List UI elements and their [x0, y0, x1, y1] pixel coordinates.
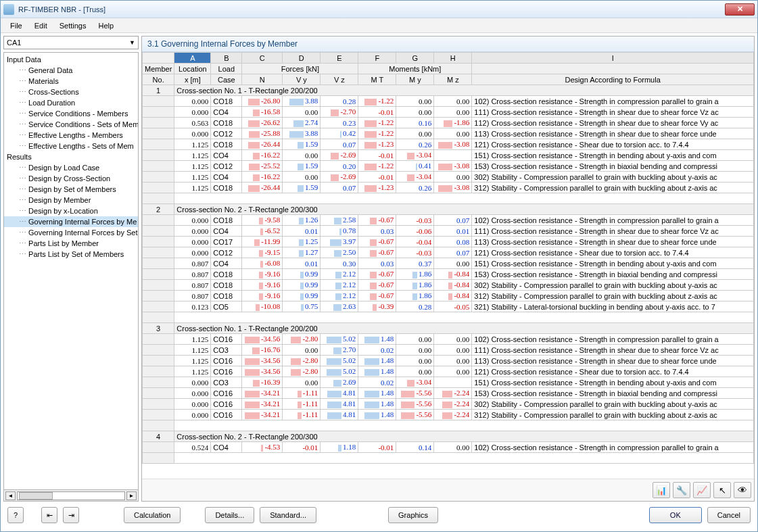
cell[interactable]: CO4 — [211, 258, 242, 269]
cell[interactable] — [143, 139, 174, 150]
cell[interactable]: -3.04 — [396, 172, 434, 183]
col-header[interactable]: Forces [kN] — [242, 64, 358, 74]
tree-item[interactable]: Design by Load Case — [4, 162, 138, 173]
col-header[interactable]: B — [211, 53, 242, 64]
cell[interactable] — [143, 237, 174, 247]
cell[interactable]: 2 — [143, 204, 174, 215]
cell[interactable]: CO4 — [211, 150, 242, 161]
col-header[interactable]: V z — [321, 74, 358, 85]
cell[interactable] — [174, 193, 754, 204]
cell[interactable]: 0.000 — [174, 226, 211, 237]
cell[interactable]: -1.86 — [434, 118, 472, 128]
cell[interactable]: Cross-section No. 1 - T-Rectangle 200/20… — [174, 323, 754, 334]
tree-item[interactable]: Design by Set of Members — [4, 184, 138, 195]
cell[interactable]: 0.16 — [396, 118, 434, 128]
col-header[interactable]: Member — [143, 64, 174, 74]
cell[interactable] — [143, 280, 174, 291]
col-header[interactable]: M z — [434, 74, 472, 85]
cell[interactable]: 0.00 — [283, 345, 321, 356]
cell[interactable]: 0.000 — [174, 410, 211, 420]
cell[interactable]: 1.48 — [358, 388, 396, 399]
cell[interactable]: -2.80 — [283, 366, 321, 377]
tree-item[interactable]: Load Duration — [4, 97, 138, 108]
cell[interactable]: 2.50 — [321, 247, 358, 258]
cell[interactable]: -0.05 — [434, 301, 472, 312]
cell[interactable]: 0.26 — [396, 139, 434, 150]
cell[interactable]: 1.59 — [283, 183, 321, 193]
cell[interactable] — [143, 258, 174, 269]
cell[interactable]: -3.08 — [434, 161, 472, 172]
cell[interactable]: -2.70 — [321, 107, 358, 118]
col-header[interactable]: No. — [143, 74, 174, 85]
cell[interactable]: 0.807 — [174, 269, 211, 280]
cell[interactable]: -9.16 — [242, 269, 283, 280]
cancel-button[interactable]: Cancel — [707, 507, 751, 523]
cell[interactable]: 1.48 — [358, 356, 396, 366]
cell[interactable] — [143, 301, 174, 312]
cell[interactable]: 153) Cross-section resistance - Strength… — [472, 269, 754, 280]
cell[interactable]: -1.11 — [283, 388, 321, 399]
cell[interactable]: -0.06 — [396, 226, 434, 237]
cell[interactable]: -26.62 — [242, 118, 283, 128]
cell[interactable]: 102) Cross-section resistance - Strength… — [472, 442, 754, 453]
cell[interactable]: 1.125 — [174, 150, 211, 161]
cell[interactable]: CO3 — [211, 377, 242, 388]
cell[interactable]: 0.00 — [396, 356, 434, 366]
nav-tree[interactable]: Input DataGeneral DataMaterialsCross-Sec… — [3, 52, 139, 490]
menu-settings[interactable]: Settings — [54, 20, 92, 31]
cell[interactable] — [143, 442, 174, 453]
cell[interactable]: -0.03 — [396, 247, 434, 258]
cell[interactable]: 302) Stability - Compression parallel to… — [472, 172, 754, 183]
cell[interactable] — [434, 377, 472, 388]
cell[interactable]: -0.04 — [396, 237, 434, 247]
cell[interactable]: 0.00 — [434, 128, 472, 139]
tree-item[interactable]: Design by x-Location — [4, 205, 138, 216]
cell[interactable]: CO5 — [211, 301, 242, 312]
cell[interactable]: 4.81 — [321, 388, 358, 399]
cell[interactable]: 0.14 — [396, 442, 434, 453]
cell[interactable]: Cross-section No. 1 - T-Rectangle 200/20… — [174, 85, 754, 96]
cell[interactable] — [143, 420, 174, 431]
cell[interactable]: 5.02 — [321, 366, 358, 377]
details-button[interactable]: Details... — [205, 507, 254, 523]
cell[interactable]: CO16 — [211, 334, 242, 345]
cell[interactable]: 1.125 — [174, 334, 211, 345]
cell[interactable]: 1.86 — [396, 269, 434, 280]
cell[interactable]: -3.08 — [434, 139, 472, 150]
cell[interactable] — [143, 183, 174, 193]
cell[interactable]: 0.00 — [434, 258, 472, 269]
cell[interactable]: 1.48 — [358, 399, 396, 410]
cell[interactable]: 0.99 — [283, 269, 321, 280]
cell[interactable]: -2.80 — [283, 356, 321, 366]
col-header[interactable]: x [m] — [174, 74, 211, 85]
cell[interactable]: 3 — [143, 323, 174, 334]
cell[interactable]: 3.97 — [321, 237, 358, 247]
cell[interactable]: -26.44 — [242, 183, 283, 193]
cell[interactable]: 0.00 — [434, 334, 472, 345]
cell[interactable]: 0.01 — [283, 258, 321, 269]
cell[interactable]: 1.125 — [174, 356, 211, 366]
col-header[interactable]: F — [358, 53, 396, 64]
tree-group[interactable]: Input Data — [4, 54, 138, 65]
cell[interactable]: 121) Cross-section resistance - Shear du… — [472, 247, 754, 258]
scroll-left-icon[interactable]: ◄ — [5, 491, 16, 500]
cell[interactable]: -0.01 — [358, 150, 396, 161]
scroll-right-icon[interactable]: ► — [126, 491, 137, 500]
cell[interactable]: 113) Cross-section resistance - Strength… — [472, 356, 754, 366]
cell[interactable]: -5.56 — [396, 388, 434, 399]
cell[interactable]: 0.41 — [396, 161, 434, 172]
cell[interactable]: 0.99 — [283, 280, 321, 291]
col-header[interactable]: Location — [174, 64, 211, 74]
cell[interactable]: 1.25 — [283, 237, 321, 247]
cell[interactable]: -6.52 — [242, 226, 283, 237]
cell[interactable] — [143, 399, 174, 410]
col-header[interactable]: M T — [358, 74, 396, 85]
standard-button[interactable]: Standard... — [260, 507, 316, 523]
calculation-button[interactable]: Calculation — [124, 507, 181, 523]
cell[interactable]: -3.08 — [434, 183, 472, 193]
cell[interactable] — [174, 312, 754, 323]
cell[interactable]: CO4 — [211, 442, 242, 453]
cell[interactable]: 4.81 — [321, 410, 358, 420]
export-excel-icon[interactable]: 📊 — [653, 482, 670, 498]
cell[interactable]: 0.00 — [434, 356, 472, 366]
